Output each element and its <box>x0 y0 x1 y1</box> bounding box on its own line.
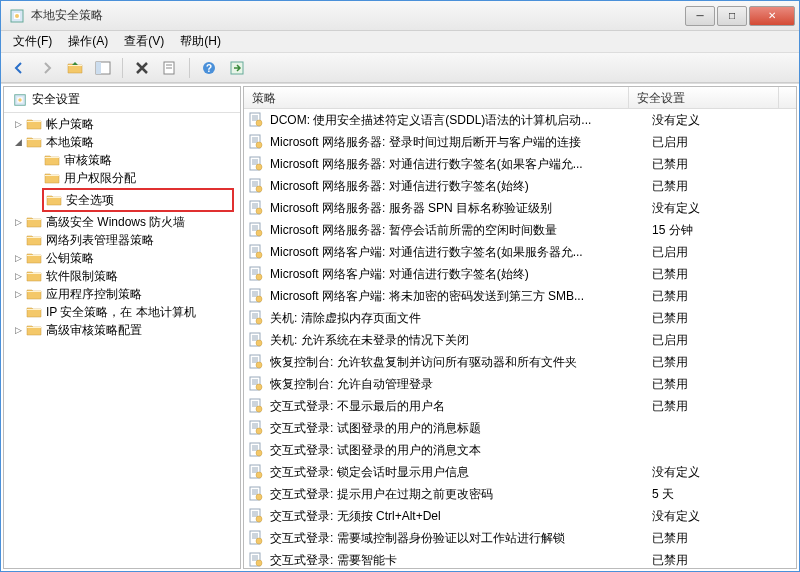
policy-name: 恢复控制台: 允许自动管理登录 <box>270 376 652 393</box>
column-header-setting[interactable]: 安全设置 <box>629 87 779 108</box>
policy-setting: 已禁用 <box>652 398 792 415</box>
column-header-policy[interactable]: 策略 <box>244 87 629 108</box>
list-row[interactable]: 交互式登录: 试图登录的用户的消息标题 <box>244 417 796 439</box>
menu-help[interactable]: 帮助(H) <box>172 31 229 52</box>
tree-node-user-rights[interactable]: 用户权限分配 <box>4 169 240 187</box>
policy-setting: 已禁用 <box>652 552 792 569</box>
policy-item-icon <box>248 530 264 546</box>
list-row[interactable]: Microsoft 网络服务器: 暂停会话前所需的空闲时间数量15 分钟 <box>244 219 796 241</box>
tree-label: 高级审核策略配置 <box>46 322 142 339</box>
menu-view[interactable]: 查看(V) <box>116 31 172 52</box>
list-header: 策略 安全设置 <box>244 87 796 109</box>
folder-icon <box>44 153 60 167</box>
toolbar-separator <box>122 58 123 78</box>
list-row[interactable]: 交互式登录: 不显示最后的用户名已禁用 <box>244 395 796 417</box>
policy-name: DCOM: 使用安全描述符定义语言(SDDL)语法的计算机启动... <box>270 112 652 129</box>
export-button[interactable] <box>225 56 249 80</box>
collapse-icon[interactable]: ◢ <box>12 136 24 148</box>
policy-setting: 没有定义 <box>652 464 792 481</box>
help-button[interactable]: ? <box>197 56 221 80</box>
policy-name: Microsoft 网络客户端: 对通信进行数字签名(始终) <box>270 266 652 283</box>
tree-label: 本地策略 <box>46 134 94 151</box>
policy-name: 恢复控制台: 允许软盘复制并访问所有驱动器和所有文件夹 <box>270 354 652 371</box>
policy-name: 交互式登录: 试图登录的用户的消息文本 <box>270 442 652 459</box>
list-row[interactable]: 交互式登录: 试图登录的用户的消息文本 <box>244 439 796 461</box>
list-row[interactable]: 恢复控制台: 允许软盘复制并访问所有驱动器和所有文件夹已禁用 <box>244 351 796 373</box>
tree-node-firewall[interactable]: ▷ 高级安全 Windows 防火墙 <box>4 213 240 231</box>
expand-icon[interactable]: ▷ <box>12 270 24 282</box>
tree-node-softrestrict[interactable]: ▷ 软件限制策略 <box>4 267 240 285</box>
policy-item-icon <box>248 552 264 568</box>
policy-name: 交互式登录: 需要域控制器身份验证以对工作站进行解锁 <box>270 530 652 547</box>
list-row[interactable]: 关机: 允许系统在未登录的情况下关闭已启用 <box>244 329 796 351</box>
list-row[interactable]: Microsoft 网络服务器: 登录时间过期后断开与客户端的连接已启用 <box>244 131 796 153</box>
close-button[interactable]: ✕ <box>749 6 795 26</box>
list-row[interactable]: 交互式登录: 无须按 Ctrl+Alt+Del没有定义 <box>244 505 796 527</box>
tree-label: 用户权限分配 <box>64 170 136 187</box>
list-row[interactable]: 恢复控制台: 允许自动管理登录已禁用 <box>244 373 796 395</box>
policy-item-icon <box>248 420 264 436</box>
list-row[interactable]: Microsoft 网络客户端: 对通信进行数字签名(始终)已禁用 <box>244 263 796 285</box>
list-row[interactable]: 交互式登录: 提示用户在过期之前更改密码5 天 <box>244 483 796 505</box>
content-area: 安全设置 ▷ 帐户策略 ◢ 本地策略 审核策略 <box>1 83 799 571</box>
policy-name: Microsoft 网络服务器: 对通信进行数字签名(始终) <box>270 178 652 195</box>
tree-node-pubkey[interactable]: ▷ 公钥策略 <box>4 249 240 267</box>
expand-icon[interactable]: ▷ <box>12 118 24 130</box>
menu-action[interactable]: 操作(A) <box>60 31 116 52</box>
tree-pane[interactable]: 安全设置 ▷ 帐户策略 ◢ 本地策略 审核策略 <box>3 86 241 569</box>
policy-name: 交互式登录: 锁定会话时显示用户信息 <box>270 464 652 481</box>
tree-node-netlist[interactable]: 网络列表管理器策略 <box>4 231 240 249</box>
policy-item-icon <box>248 508 264 524</box>
policy-item-icon <box>248 134 264 150</box>
menu-file[interactable]: 文件(F) <box>5 31 60 52</box>
maximize-button[interactable]: □ <box>717 6 747 26</box>
tree-node-advaudit[interactable]: ▷ 高级审核策略配置 <box>4 321 240 339</box>
list-row[interactable]: Microsoft 网络客户端: 将未加密的密码发送到第三方 SMB...已禁用 <box>244 285 796 307</box>
tree-node-audit-policy[interactable]: 审核策略 <box>4 151 240 169</box>
list-row[interactable]: DCOM: 使用安全描述符定义语言(SDDL)语法的计算机启动...没有定义 <box>244 109 796 131</box>
list-row[interactable]: Microsoft 网络服务器: 对通信进行数字签名(如果客户端允...已禁用 <box>244 153 796 175</box>
forward-button[interactable] <box>35 56 59 80</box>
app-window: 本地安全策略 ─ □ ✕ 文件(F) 操作(A) 查看(V) 帮助(H) ? 安… <box>0 0 800 572</box>
show-hide-tree-button[interactable] <box>91 56 115 80</box>
list-row[interactable]: 关机: 清除虚拟内存页面文件已禁用 <box>244 307 796 329</box>
policy-item-icon <box>248 266 264 282</box>
list-row[interactable]: 交互式登录: 需要智能卡已禁用 <box>244 549 796 568</box>
up-button[interactable] <box>63 56 87 80</box>
expand-icon[interactable]: ▷ <box>12 216 24 228</box>
minimize-button[interactable]: ─ <box>685 6 715 26</box>
policy-item-icon <box>248 332 264 348</box>
policy-name: 交互式登录: 试图登录的用户的消息标题 <box>270 420 652 437</box>
policy-item-icon <box>248 288 264 304</box>
policy-name: Microsoft 网络服务器: 对通信进行数字签名(如果客户端允... <box>270 156 652 173</box>
list-body[interactable]: DCOM: 使用安全描述符定义语言(SDDL)语法的计算机启动...没有定义Mi… <box>244 109 796 568</box>
tree-node-local-policy[interactable]: ◢ 本地策略 <box>4 133 240 151</box>
tree-node-security-options[interactable]: 安全选项 <box>46 191 230 209</box>
list-row[interactable]: Microsoft 网络客户端: 对通信进行数字签名(如果服务器允...已启用 <box>244 241 796 263</box>
expand-icon[interactable]: ▷ <box>12 324 24 336</box>
list-pane: 策略 安全设置 DCOM: 使用安全描述符定义语言(SDDL)语法的计算机启动.… <box>243 86 797 569</box>
folder-icon <box>44 171 60 185</box>
folder-icon <box>26 215 42 229</box>
tree-node-appctrl[interactable]: ▷ 应用程序控制策略 <box>4 285 240 303</box>
policy-setting: 5 天 <box>652 486 792 503</box>
titlebar[interactable]: 本地安全策略 ─ □ ✕ <box>1 1 799 31</box>
expand-icon[interactable]: ▷ <box>12 288 24 300</box>
delete-button[interactable] <box>130 56 154 80</box>
tree-node-ipsec[interactable]: IP 安全策略，在 本地计算机 <box>4 303 240 321</box>
properties-button[interactable] <box>158 56 182 80</box>
list-row[interactable]: Microsoft 网络服务器: 服务器 SPN 目标名称验证级别没有定义 <box>244 197 796 219</box>
list-row[interactable]: 交互式登录: 锁定会话时显示用户信息没有定义 <box>244 461 796 483</box>
list-row[interactable]: Microsoft 网络服务器: 对通信进行数字签名(始终)已禁用 <box>244 175 796 197</box>
policy-item-icon <box>248 222 264 238</box>
policy-setting: 已禁用 <box>652 376 792 393</box>
back-button[interactable] <box>7 56 31 80</box>
list-row[interactable]: 交互式登录: 需要域控制器身份验证以对工作站进行解锁已禁用 <box>244 527 796 549</box>
policy-name: Microsoft 网络服务器: 暂停会话前所需的空闲时间数量 <box>270 222 652 239</box>
folder-icon <box>26 251 42 265</box>
tree-root[interactable]: 安全设置 <box>4 87 240 113</box>
policy-item-icon <box>248 464 264 480</box>
menubar: 文件(F) 操作(A) 查看(V) 帮助(H) <box>1 31 799 53</box>
expand-icon[interactable]: ▷ <box>12 252 24 264</box>
tree-node-account-policy[interactable]: ▷ 帐户策略 <box>4 115 240 133</box>
